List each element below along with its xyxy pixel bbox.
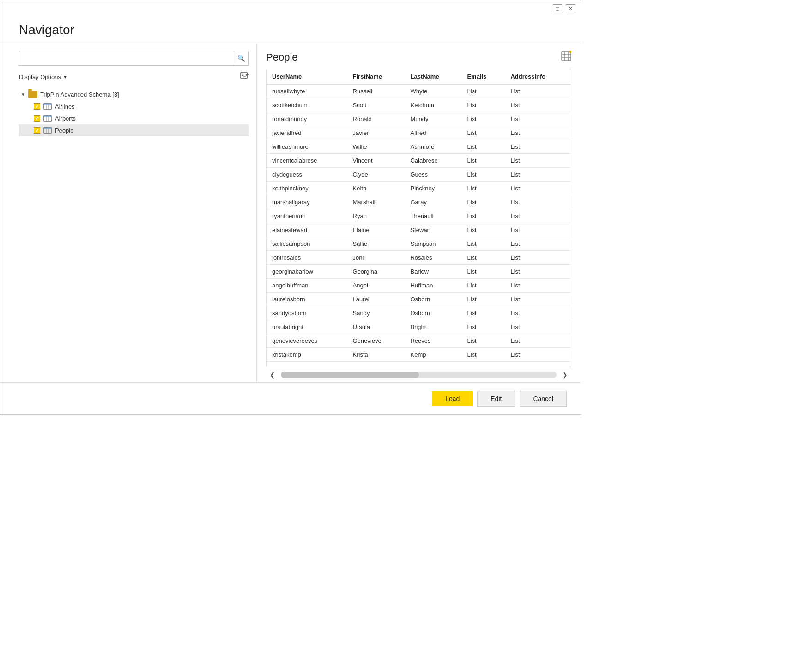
tree-item-label-airports: Airports [55, 115, 76, 122]
expand-icon: ▼ [21, 92, 25, 97]
table-cell: List [461, 195, 505, 209]
table-cell: List [461, 265, 505, 279]
checkbox-people[interactable]: ✓ [34, 127, 40, 134]
table-title: People [266, 51, 298, 63]
table-cell: Scott [347, 98, 405, 112]
scrollbar-track[interactable] [281, 372, 557, 378]
table-cell: Barlow [405, 265, 461, 279]
col-header-username: UserName [267, 69, 347, 84]
scrollbar-thumb[interactable] [281, 372, 419, 378]
table-cell: List [505, 195, 571, 209]
table-row: clydeguessClydeGuessListList [267, 168, 571, 182]
table-cell: List [505, 265, 571, 279]
load-button[interactable]: Load [432, 391, 473, 406]
table-cell: Ashmore [405, 140, 461, 154]
table-cell: List [461, 334, 505, 348]
table-row: jonirosalesJoniRosalesListList [267, 251, 571, 265]
table-cell: List [461, 140, 505, 154]
table-cell: Sallie [347, 237, 405, 251]
scrollbar-area: ❮ ❯ [266, 367, 571, 382]
table-row: russellwhyteRussellWhyteListList [267, 84, 571, 98]
table-header-row: UserName FirstName LastName Emails Addre… [267, 69, 571, 84]
search-icon: 🔍 [237, 55, 245, 62]
tree-item-label-airlines: Airlines [55, 103, 75, 110]
scroll-left-button[interactable]: ❮ [266, 370, 279, 379]
search-input[interactable] [19, 51, 234, 66]
table-cell: List [461, 320, 505, 334]
table-cell: Laurel [347, 293, 405, 306]
table-cell: Bright [405, 320, 461, 334]
table-row: elainestewartElaineStewartListList [267, 223, 571, 237]
table-cell: Keith [347, 182, 405, 195]
table-cell: Theriault [405, 209, 461, 223]
table-cell: Clyde [347, 168, 405, 182]
table-cell: vincentcalabrese [267, 154, 347, 168]
table-cell: List [505, 126, 571, 140]
svg-rect-0 [241, 72, 247, 79]
display-options-button[interactable]: Display Options ▼ [19, 73, 67, 80]
table-cell: List [505, 140, 571, 154]
table-cell: Russell [347, 84, 405, 98]
tree-item-airports[interactable]: ✓ Airports [19, 112, 249, 124]
left-panel: 🔍 Display Options ▼ [0, 43, 257, 382]
tree-item-people[interactable]: ✓ People [19, 124, 249, 136]
table-icon-airlines [43, 103, 52, 110]
display-options-label: Display Options [19, 73, 61, 80]
folder-icon [28, 91, 37, 98]
table-cell: List [505, 154, 571, 168]
tree-item-airlines[interactable]: ✓ Airlines [19, 100, 249, 112]
table-cell: Garay [405, 195, 461, 209]
table-cell: jonirosales [267, 251, 347, 265]
minimize-button[interactable]: □ [553, 4, 562, 13]
table-row: marshallgarayMarshallGarayListList [267, 195, 571, 209]
table-cell: Joni [347, 251, 405, 265]
cancel-button[interactable]: Cancel [520, 391, 567, 407]
table-cell: laurelosborn [267, 293, 347, 306]
scroll-right-button[interactable]: ❯ [558, 370, 571, 379]
table-cell: List [461, 84, 505, 98]
table-row: laurelosbornLaurelOsbornListList [267, 293, 571, 306]
table-cell: Huffman [405, 279, 461, 293]
table-cell: List [505, 182, 571, 195]
table-cell: List [505, 112, 571, 126]
svg-point-21 [570, 51, 572, 53]
search-button[interactable]: 🔍 [234, 51, 249, 66]
table-options-button[interactable] [561, 51, 571, 63]
table-row: sandyosbornSandyOsbornListList [267, 306, 571, 320]
table-cell: ronaldmundy [267, 112, 347, 126]
table-cell: georginabarlow [267, 265, 347, 279]
table-cell: Marshall [347, 195, 405, 209]
table-cell: Stewart [405, 223, 461, 237]
right-header: People [266, 51, 571, 63]
table-cell: Kemp [405, 348, 461, 362]
svg-rect-15 [44, 128, 52, 129]
table-options-icon [561, 51, 571, 61]
edit-button[interactable]: Edit [477, 391, 515, 407]
table-cell: sandyosborn [267, 306, 347, 320]
table-cell: Genevieve [347, 334, 405, 348]
table-cell: List [505, 320, 571, 334]
table-cell: Guess [405, 168, 461, 182]
table-cell: keithpinckney [267, 182, 347, 195]
svg-rect-16 [562, 51, 571, 61]
refresh-button[interactable] [240, 71, 249, 83]
table-cell: Sandy [347, 306, 405, 320]
table-cell: List [461, 182, 505, 195]
table-row: kristakempKristaKempListList [267, 348, 571, 362]
table-cell: List [461, 126, 505, 140]
search-row: 🔍 [19, 51, 249, 66]
tree-group-header[interactable]: ▼ TripPin Advanced Schema [3] [19, 88, 249, 100]
checkbox-airlines[interactable]: ✓ [34, 103, 40, 110]
table-cell: List [461, 237, 505, 251]
table-cell: List [461, 251, 505, 265]
table-cell: List [461, 293, 505, 306]
table-icon-people [43, 127, 52, 134]
table-cell: Whyte [405, 84, 461, 98]
table-cell: willieashmore [267, 140, 347, 154]
close-button[interactable]: ✕ [566, 4, 575, 13]
table-cell: List [461, 112, 505, 126]
table-cell: ryantheriault [267, 209, 347, 223]
table-row: javieralfredJavierAlfredListList [267, 126, 571, 140]
checkbox-airports[interactable]: ✓ [34, 115, 40, 122]
table-cell: Osborn [405, 306, 461, 320]
